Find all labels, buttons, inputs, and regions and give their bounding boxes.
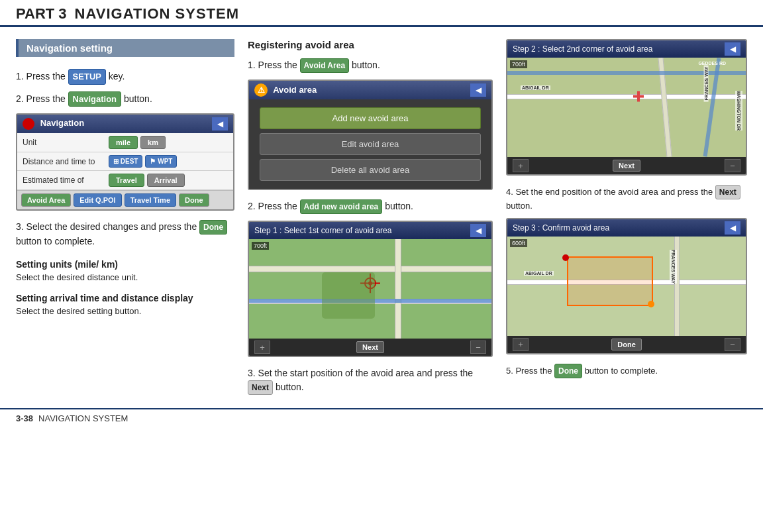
nav-row-dist: Distance and time to ⊞ DEST ⚑ WPT — [17, 152, 233, 171]
map-step3-header: Step 3 : Confirm avoid area ◀ — [507, 219, 746, 237]
avoid-rect — [567, 256, 653, 306]
map2-zoom-minus[interactable]: − — [725, 159, 740, 172]
washington-dr-label: WASHINGTON DR — [735, 91, 742, 131]
frances-way-label: FRANCES WAY — [704, 66, 709, 102]
map-step1-header: Step 1 : Select 1st corner of avoid area… — [249, 222, 491, 239]
dot-end — [648, 301, 654, 307]
map-step2-header: Step 2 : Select 2nd corner of avoid area… — [507, 40, 746, 58]
footer-text: NAVIGATION SYSTEM — [38, 413, 128, 423]
page-footer: 3-38 NAVIGATION SYSTEM — [0, 408, 763, 427]
left-column: Navigation setting 1. Press the SETUP ke… — [16, 39, 234, 401]
map3-zoom-minus[interactable]: − — [725, 338, 740, 351]
map3-dist-label: 600ft — [510, 239, 527, 247]
map-step1-footer: + Next − — [249, 339, 491, 356]
map2-next-button[interactable]: Next — [613, 160, 640, 172]
avoid-icon: ⚠ — [254, 83, 268, 97]
section-heading: Navigation setting — [16, 39, 234, 57]
subsection1-title: Setting units (mile/ km) — [16, 259, 234, 270]
subsection2-title: Setting arrival time and distance displa… — [16, 293, 234, 303]
map2-crosshair — [632, 90, 645, 105]
map-screen-step2: Step 2 : Select 2nd corner of avoid area… — [506, 39, 747, 176]
next-button-inline-step4[interactable]: Next — [715, 185, 740, 199]
map3-back-button[interactable]: ◀ — [725, 221, 740, 235]
map3-done-button[interactable]: Done — [611, 339, 642, 350]
map2-dist-label: 700ft — [510, 60, 527, 68]
abigail-dr-label: ABIGAIL DR — [521, 85, 550, 90]
add-new-avoid-area-button[interactable]: Add new avoid area — [260, 107, 481, 129]
done-button-inline[interactable]: Done — [199, 220, 227, 235]
wpt-button[interactable]: ⚑ WPT — [145, 155, 177, 168]
avoid-screen-header: ⚠ Avoid area ◀ — [249, 81, 491, 99]
map2-back-button[interactable]: ◀ — [725, 42, 740, 56]
delete-all-avoid-area-button[interactable]: Delete all avoid area — [260, 159, 481, 181]
map-step1-body: 700ft — [249, 239, 491, 339]
map-screen-step1: Step 1 : Select 1st corner of avoid area… — [248, 221, 493, 357]
nav-screen-icon-and-title: Navigation — [23, 118, 84, 130]
dot-start — [562, 254, 569, 261]
dest-icon: ⊞ — [113, 158, 119, 165]
avoid-screen-body: Add new avoid area Edit avoid area Delet… — [249, 99, 491, 189]
road-abigail — [507, 94, 746, 99]
map-step2-body: 700ft ABIGAIL DR FRANCES WAY GEDDES RD W… — [507, 58, 746, 157]
map3-zoom-plus[interactable]: + — [513, 338, 529, 351]
map1-zoom-plus[interactable]: + — [254, 341, 270, 354]
map2-zoom-plus[interactable]: + — [513, 159, 529, 172]
middle-column: Registering avoid area 1. Press the Avoi… — [248, 39, 493, 401]
map1-next-button[interactable]: Next — [356, 341, 384, 353]
right-column: Step 2 : Select 2nd corner of avoid area… — [506, 39, 747, 401]
svg-rect-5 — [633, 95, 644, 98]
map-step3-background: 600ft ABIGAIL DR FRANCES WAY — [507, 237, 746, 336]
travel-time-footer-button[interactable]: Travel Time — [125, 193, 176, 207]
map-step3-body: 600ft ABIGAIL DR FRANCES WAY — [507, 237, 746, 336]
edit-avoid-area-button[interactable]: Edit avoid area — [260, 133, 481, 155]
travel-button[interactable]: Travel — [109, 174, 144, 187]
done-button-inline-step5[interactable]: Done — [554, 364, 582, 378]
km-button[interactable]: km — [140, 136, 166, 149]
nav-screen-body: Unit mile km Distance and time to ⊞ DEST — [17, 133, 233, 190]
dest-button[interactable]: ⊞ DEST — [109, 155, 142, 168]
mile-button[interactable]: mile — [109, 136, 138, 149]
map-step1-background: 700ft — [249, 239, 491, 339]
geddes-rd-label: GEDDES RD — [698, 61, 726, 66]
dist-btn-group: ⊞ DEST ⚑ WPT — [109, 155, 177, 168]
avoid-area-button-inline[interactable]: Avoid Area — [300, 58, 349, 73]
header-title: NAVIGATION SYSTEM — [75, 5, 239, 23]
nav-screen-footer: Avoid Area Edit Q.POI Travel Time Done — [17, 190, 233, 209]
avoid-area-footer-button[interactable]: Avoid Area — [21, 193, 71, 207]
eta-btn-group: Travel Arrival — [109, 174, 185, 187]
setup-button-inline[interactable]: SETUP — [68, 69, 106, 85]
step1-text: 1. Press the SETUP key. — [16, 69, 234, 85]
nav-icon — [23, 118, 34, 130]
subsection1-text: Select the desired distance unit. — [16, 272, 234, 282]
add-new-avoid-area-inline-button[interactable]: Add new avoid area — [300, 199, 383, 214]
avoid-back-button[interactable]: ◀ — [470, 83, 486, 97]
unit-btn-group: mile km — [109, 136, 166, 149]
map1-zoom-minus[interactable]: − — [470, 341, 486, 354]
navigation-screen: Navigation ◀ Unit mile km Distance and t… — [16, 113, 234, 211]
avoid-area-screen: ⚠ Avoid area ◀ Add new avoid area Edit a… — [248, 80, 493, 190]
map-screen-step3: Step 3 : Confirm avoid area ◀ 600ft ABIG… — [506, 218, 747, 354]
road-v1 — [395, 239, 401, 339]
map1-dist-label: 700ft — [252, 242, 269, 250]
step3-text: 3. Select the desired changes and press … — [16, 220, 234, 248]
edit-qpoi-footer-button[interactable]: Edit Q.POI — [74, 193, 121, 207]
road-blue-geddes — [507, 71, 746, 75]
frances-label-3: FRANCES WAY — [670, 250, 677, 284]
navigation-button-inline[interactable]: Navigation — [68, 91, 121, 107]
header-part: PART 3 — [16, 5, 67, 23]
mid-step2-text: 2. Press the Add new avoid area button. — [248, 199, 493, 214]
next-button-inline-step3[interactable]: Next — [248, 380, 273, 395]
map-step3-footer: + Done − — [507, 336, 746, 353]
registering-avoid-area-title: Registering avoid area — [248, 39, 493, 50]
done-footer-button[interactable]: Done — [179, 193, 209, 207]
arrival-button[interactable]: Arrival — [147, 174, 185, 187]
step2-text: 2. Press the Navigation button. — [16, 91, 234, 107]
right-step5-text: 5. Press the Done button to complete. — [506, 364, 747, 378]
map1-back-button[interactable]: ◀ — [470, 224, 486, 237]
subsection2-text: Select the desired setting button. — [16, 306, 234, 316]
map-step2-footer: + Next − — [507, 157, 746, 174]
nav-row-eta: Estimated time of Travel Arrival — [17, 171, 233, 190]
page-header: PART 3 NAVIGATION SYSTEM — [0, 0, 763, 27]
nav-back-button[interactable]: ◀ — [212, 117, 228, 131]
nav-screen-header: Navigation ◀ — [17, 115, 233, 133]
